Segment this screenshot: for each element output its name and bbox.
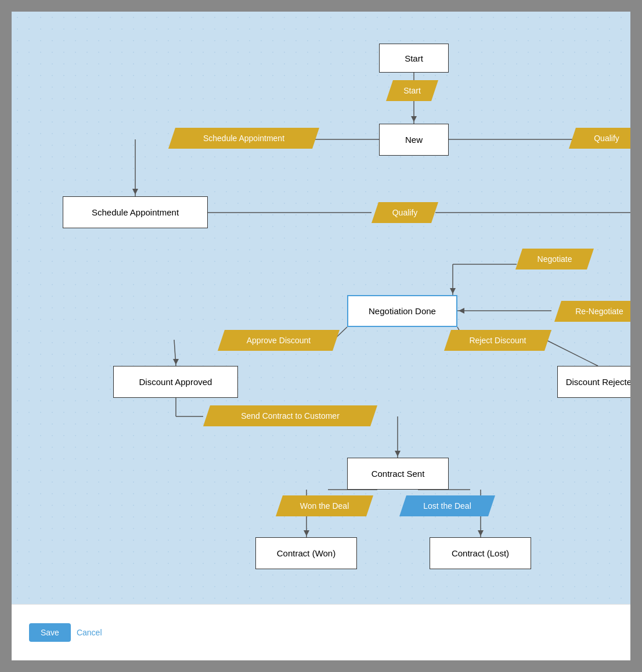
flowchart-canvas[interactable]: Start New Schedule Appointment Negotiati… — [12, 12, 630, 604]
transition-qualify-top-label: Qualify — [594, 134, 619, 143]
node-schedule-appointment[interactable]: Schedule Appointment — [63, 196, 208, 228]
transition-renegotiate[interactable]: Re-Negotiate — [554, 301, 630, 322]
transition-qualify-bottom-label: Qualify — [392, 208, 418, 217]
node-discount-rejected-label: Discount Rejected — [566, 377, 630, 387]
node-contract-won[interactable]: Contract (Won) — [255, 537, 357, 569]
node-start[interactable]: Start — [379, 44, 449, 73]
svg-marker-10 — [450, 288, 456, 294]
transition-won-deal[interactable]: Won the Deal — [276, 495, 373, 516]
svg-marker-1 — [411, 116, 417, 122]
transition-approve-discount-label: Approve Discount — [247, 336, 311, 345]
node-start-label: Start — [405, 53, 423, 63]
cancel-button[interactable]: Cancel — [77, 628, 102, 637]
transition-start-label: Start — [403, 86, 421, 95]
transition-renegotiate-label: Re-Negotiate — [575, 307, 623, 316]
transition-qualify-bottom[interactable]: Qualify — [372, 202, 438, 223]
node-contract-lost[interactable]: Contract (Lost) — [430, 537, 531, 569]
footer-bar: Save Cancel — [12, 604, 630, 660]
svg-marker-27 — [478, 530, 484, 536]
main-frame: Start New Schedule Appointment Negotiati… — [12, 12, 630, 660]
node-contract-won-label: Contract (Won) — [277, 548, 336, 558]
transition-lost-deal[interactable]: Lost the Deal — [399, 495, 495, 516]
transition-negotiate-label: Negotiate — [538, 254, 572, 264]
transition-qualify-top[interactable]: Qualify — [569, 128, 630, 149]
svg-line-17 — [546, 340, 598, 366]
svg-marker-12 — [459, 308, 464, 314]
node-new[interactable]: New — [379, 124, 449, 156]
node-contract-sent[interactable]: Contract Sent — [347, 458, 449, 490]
transition-send-contract[interactable]: Send Contract to Customer — [203, 405, 377, 426]
node-negotiation-done[interactable]: Negotiation Done — [347, 295, 457, 327]
transition-start[interactable]: Start — [386, 80, 438, 101]
transition-won-deal-label: Won the Deal — [300, 501, 349, 511]
node-discount-approved-label: Discount Approved — [139, 377, 212, 387]
transition-lost-deal-label: Lost the Deal — [423, 501, 471, 511]
transition-reject-discount[interactable]: Reject Discount — [444, 330, 551, 351]
transition-approve-discount[interactable]: Approve Discount — [218, 330, 340, 351]
svg-line-14 — [174, 340, 176, 366]
transition-send-contract-label: Send Contract to Customer — [241, 411, 340, 421]
transition-negotiate[interactable]: Negotiate — [515, 249, 594, 269]
transition-schedule-appointment[interactable]: Schedule Appointment — [168, 128, 319, 149]
node-contract-lost-label: Contract (Lost) — [452, 548, 509, 558]
svg-marker-4 — [132, 189, 138, 195]
svg-marker-15 — [173, 359, 179, 365]
svg-marker-24 — [304, 530, 309, 536]
node-schedule-appointment-label: Schedule Appointment — [92, 207, 179, 217]
save-button[interactable]: Save — [29, 623, 71, 642]
node-new-label: New — [405, 135, 423, 145]
node-discount-approved[interactable]: Discount Approved — [113, 366, 238, 398]
node-contract-sent-label: Contract Sent — [372, 469, 425, 479]
node-negotiation-done-label: Negotiation Done — [369, 306, 436, 316]
node-discount-rejected[interactable]: Discount Rejected — [557, 366, 630, 398]
transition-reject-discount-label: Reject Discount — [469, 336, 526, 345]
svg-marker-21 — [395, 451, 401, 457]
transition-schedule-appointment-label: Schedule Appointment — [203, 134, 284, 143]
